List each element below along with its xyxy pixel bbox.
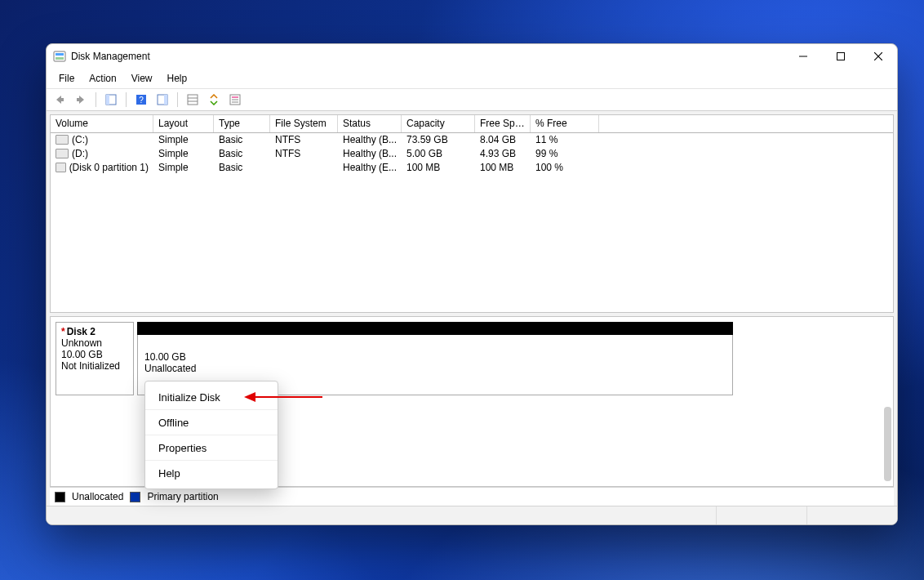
volume-list-header: Volume Layout Type File System Status Ca… (51, 115, 893, 133)
volume-pct: 99 % (531, 147, 599, 161)
context-menu-help[interactable]: Help (145, 461, 278, 485)
svg-rect-1 (56, 53, 64, 56)
statusbar-segment (806, 506, 897, 524)
drive-icon (56, 163, 66, 172)
volume-list-body: (C:) Simple Basic NTFS Healthy (B... 73.… (51, 133, 893, 175)
volume-capacity: 73.59 GB (402, 133, 475, 147)
volume-layout: Simple (153, 161, 214, 175)
volume-layout: Simple (153, 147, 214, 161)
desktop-background: Disk Management File Action View Help (0, 0, 924, 580)
maximize-button[interactable] (822, 44, 860, 69)
legend-label-primary: Primary partition (147, 491, 218, 502)
drive-icon (56, 135, 69, 145)
legend-swatch-primary (130, 492, 140, 502)
disk-name: Disk 2 (67, 326, 96, 337)
column-type[interactable]: Type (214, 115, 270, 132)
disk-context-menu: Initialize Disk Offline Properties Help (144, 381, 278, 489)
menu-action[interactable]: Action (82, 70, 123, 87)
show-hide-console-tree-button[interactable] (101, 90, 121, 109)
volume-capacity: 100 MB (402, 161, 475, 175)
volume-free: 4.93 GB (475, 147, 531, 161)
volume-name: (D:) (72, 148, 88, 159)
help-button[interactable]: ? (131, 90, 151, 109)
show-hide-action-pane-button[interactable] (153, 90, 172, 109)
volume-type: Basic (214, 133, 270, 147)
column-status[interactable]: Status (338, 115, 402, 132)
menu-view[interactable]: View (124, 70, 160, 87)
volume-free: 100 MB (475, 161, 531, 175)
volume-row[interactable]: (Disk 0 partition 1) Simple Basic Health… (51, 161, 893, 175)
legend-label-unallocated: Unallocated (72, 491, 123, 502)
vertical-scrollbar[interactable] (884, 407, 891, 481)
svg-rect-13 (188, 95, 198, 105)
svg-rect-0 (54, 51, 65, 61)
volume-name: (C:) (72, 134, 88, 145)
disk-info-box[interactable]: *Disk 2 Unknown 10.00 GB Not Initialized (56, 322, 134, 395)
menu-file[interactable]: File (51, 70, 82, 87)
refresh-button[interactable] (204, 90, 224, 109)
volume-type: Basic (214, 147, 270, 161)
titlebar[interactable]: Disk Management (47, 44, 897, 69)
column-filesystem[interactable]: File System (270, 115, 338, 132)
statusbar (47, 506, 897, 524)
menubar: File Action View Help (47, 69, 897, 89)
column-layout[interactable]: Layout (153, 115, 214, 132)
volume-capacity: 5.00 GB (402, 147, 475, 161)
volume-pct: 100 % (531, 161, 599, 175)
volume-fs (270, 161, 338, 175)
volume-layout: Simple (153, 133, 214, 147)
window-title: Disk Management (71, 51, 150, 62)
disk-kind: Unknown (61, 337, 128, 349)
volume-list-pane: Volume Layout Type File System Status Ca… (50, 114, 894, 313)
volume-fs: NTFS (270, 147, 338, 161)
column-pctfree[interactable]: % Free (531, 115, 599, 132)
minimize-button[interactable] (784, 44, 822, 69)
context-menu-offline[interactable]: Offline (145, 410, 278, 435)
menu-help[interactable]: Help (160, 70, 195, 87)
legend-strip: Unallocated Primary partition (50, 487, 894, 506)
svg-rect-12 (164, 95, 167, 105)
properties-button[interactable] (225, 90, 245, 109)
volume-free: 8.04 GB (475, 133, 531, 147)
forward-button[interactable] (71, 90, 91, 109)
drive-icon (56, 149, 69, 158)
volume-status: Healthy (B... (338, 133, 402, 147)
close-button[interactable] (860, 44, 897, 69)
volume-status: Healthy (E... (338, 161, 402, 175)
volume-type: Basic (214, 161, 270, 175)
volume-pct: 11 % (531, 133, 599, 147)
legend-swatch-unallocated (55, 492, 65, 502)
svg-rect-2 (56, 57, 64, 60)
disk-partition-stripe (137, 322, 733, 335)
column-freespace[interactable]: Free Spa... (475, 115, 531, 132)
partition-state: Unallocated (144, 363, 727, 374)
context-menu-properties[interactable]: Properties (145, 435, 278, 461)
toolbar: ? (47, 89, 897, 111)
disk-management-icon (53, 50, 66, 63)
svg-rect-8 (106, 95, 109, 105)
column-volume[interactable]: Volume (51, 115, 153, 132)
volume-row[interactable]: (D:) Simple Basic NTFS Healthy (B... 5.0… (51, 147, 893, 161)
settings-button[interactable] (183, 90, 202, 109)
disk-warning-icon: * (61, 326, 65, 337)
volume-row[interactable]: (C:) Simple Basic NTFS Healthy (B... 73.… (51, 133, 893, 147)
svg-text:?: ? (139, 96, 144, 105)
disk-size: 10.00 GB (61, 349, 128, 360)
svg-rect-4 (837, 53, 845, 60)
volume-status: Healthy (B... (338, 147, 402, 161)
volume-name: (Disk 0 partition 1) (69, 162, 149, 173)
column-capacity[interactable]: Capacity (402, 115, 475, 132)
context-menu-initialize-disk[interactable]: Initialize Disk (145, 385, 278, 410)
disk-management-window: Disk Management File Action View Help (46, 43, 898, 525)
disk-state: Not Initialized (61, 360, 128, 372)
statusbar-segment (716, 506, 806, 524)
back-button[interactable] (50, 90, 69, 109)
volume-fs: NTFS (270, 133, 338, 147)
partition-size: 10.00 GB (144, 351, 727, 363)
